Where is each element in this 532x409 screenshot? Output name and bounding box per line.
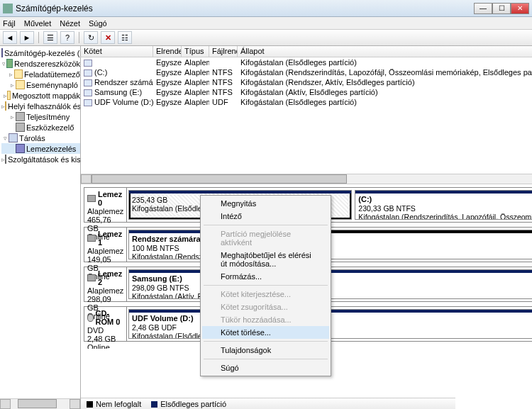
- tree-users[interactable]: ▹Helyi felhasználók és csoportok: [1, 101, 80, 111]
- cd-icon: [87, 314, 94, 322]
- ctx-shrink[interactable]: Kötet zsugorítása...: [202, 301, 329, 313]
- context-menu: Megnyitás Intéző Partíció megjelölése ak…: [200, 195, 331, 376]
- tree-shared[interactable]: ▹Megosztott mappák: [1, 90, 80, 101]
- col-elrendezes[interactable]: Elrendezés: [153, 46, 182, 57]
- col-allapot[interactable]: Állapot: [238, 46, 532, 57]
- disk-icon: [87, 235, 96, 242]
- col-fajrendszer[interactable]: Fájlrendszer: [209, 46, 238, 57]
- volume-list[interactable]: EgyszerűAlaplemezKifogástalan (Elsődlege…: [81, 57, 532, 107]
- col-kotet[interactable]: Kötet: [81, 46, 153, 57]
- ctx-extend[interactable]: Kötet kiterjesztése...: [202, 288, 329, 301]
- volume-row[interactable]: (C:)EgyszerűAlaplemezNTFSKifogástalan (R…: [81, 67, 532, 77]
- disk-icon: [87, 195, 96, 202]
- menu-help[interactable]: Súgó: [89, 19, 107, 28]
- legend-primary: Elsődleges partíció: [160, 400, 226, 408]
- minimize-button[interactable]: —: [474, 3, 492, 14]
- help-button[interactable]: ?: [60, 31, 74, 44]
- window-title: Számítógép-kezelés: [16, 4, 474, 13]
- volume-icon: [84, 79, 92, 86]
- menu-bar: Fájl Művelet Nézet Súgó: [0, 17, 532, 30]
- ctx-explore[interactable]: Intéző: [202, 210, 329, 223]
- legend-unalloc: Nem lefoglalt: [96, 400, 141, 408]
- tree-systools[interactable]: ▿Rendszereszközök: [1, 58, 80, 69]
- forward-button[interactable]: ►: [20, 31, 34, 44]
- toolbar: ◄ ► ☰ ? ↻ ✕ ☷: [0, 30, 532, 46]
- view-list-button[interactable]: ☰: [43, 31, 57, 44]
- ctx-mark-active[interactable]: Partíció megjelölése aktívként: [202, 228, 329, 249]
- volume-row[interactable]: Rendszer számára fenntartottEgyszerűAlap…: [81, 77, 532, 87]
- menu-action[interactable]: Művelet: [24, 19, 52, 28]
- tree-devmgr[interactable]: Eszközkezelő: [1, 122, 80, 133]
- tree-hscroll[interactable]: [0, 398, 80, 409]
- tree-diskmgmt[interactable]: Lemezkezelés: [1, 143, 80, 154]
- title-bar: Számítógép-kezelés — ☐ ✕: [0, 0, 532, 17]
- tree-perf[interactable]: ▹Teljesítmény: [1, 111, 80, 122]
- ctx-mirror[interactable]: Tükör hozzáadása...: [202, 313, 329, 326]
- delete-button[interactable]: ✕: [101, 31, 115, 44]
- back-button[interactable]: ◄: [3, 31, 17, 44]
- ctx-delete-volume[interactable]: Kötet törlése...: [202, 326, 329, 339]
- disk-icon: [87, 274, 96, 281]
- ctx-properties[interactable]: Tulajdonságok: [202, 344, 329, 357]
- volume-row[interactable]: Samsung (E:)EgyszerűAlaplemezNTFSKifogás…: [81, 87, 532, 97]
- ctx-change-drive-letter[interactable]: Meghajtóbetűjel és elérési út módosítása…: [202, 249, 329, 270]
- volume-icon: [84, 99, 92, 106]
- nav-tree[interactable]: Számítógép-kezelés (Helyi) ▿Rendszereszk…: [0, 46, 80, 398]
- menu-view[interactable]: Nézet: [60, 19, 80, 28]
- legend-bar: Nem lefoglalt Elsődleges partíció: [81, 398, 455, 409]
- center-hscroll[interactable]: [81, 174, 532, 184]
- disk-0-header[interactable]: Lemez 0 Alaplemez465,76 GBOnline: [84, 188, 127, 222]
- settings-button[interactable]: ☷: [118, 31, 132, 44]
- maximize-button[interactable]: ☐: [492, 3, 511, 14]
- volume-row[interactable]: EgyszerűAlaplemezKifogástalan (Elsődlege…: [81, 57, 532, 67]
- col-tipus[interactable]: Típus: [182, 46, 209, 57]
- refresh-button[interactable]: ↻: [84, 31, 98, 44]
- tree-storage[interactable]: ▿Tárolás: [1, 133, 80, 143]
- ctx-open[interactable]: Megnyitás: [202, 197, 329, 210]
- disk-0-part-1[interactable]: (C:) 230,33 GB NTFS Kifogástalan (Rendsz…: [355, 190, 532, 220]
- ctx-help[interactable]: Súgó: [202, 362, 329, 374]
- tree-sched[interactable]: ▹Feladatütemező: [1, 69, 80, 79]
- disk-2-header[interactable]: Lemez 2 Alaplemez298,09 GBOnline: [84, 267, 127, 301]
- volume-icon: [84, 60, 92, 67]
- tree-evt[interactable]: ▹Eseménynapló: [1, 79, 80, 90]
- volume-icon: [84, 69, 92, 77]
- app-icon: [3, 4, 13, 13]
- cdrom-0-header[interactable]: CD-ROM 0 DVD2,48 GBOnline: [84, 307, 127, 341]
- menu-file[interactable]: Fájl: [3, 19, 16, 28]
- ctx-format[interactable]: Formázás...: [202, 270, 329, 283]
- close-button[interactable]: ✕: [511, 3, 529, 14]
- volume-icon: [84, 89, 92, 96]
- volume-row[interactable]: UDF Volume (D:)EgyszerűAlaplemezUDFKifog…: [81, 97, 532, 107]
- tree-services[interactable]: ▹Szolgáltatások és kiszolgálói alkalmazá…: [1, 154, 80, 164]
- tree-root[interactable]: Számítógép-kezelés (Helyi): [1, 47, 80, 58]
- disk-1-header[interactable]: Lemez 1 Alaplemez149,05 GBOnline: [84, 228, 127, 262]
- volume-header: Kötet Elrendezés Típus Fájlrendszer Álla…: [81, 46, 532, 57]
